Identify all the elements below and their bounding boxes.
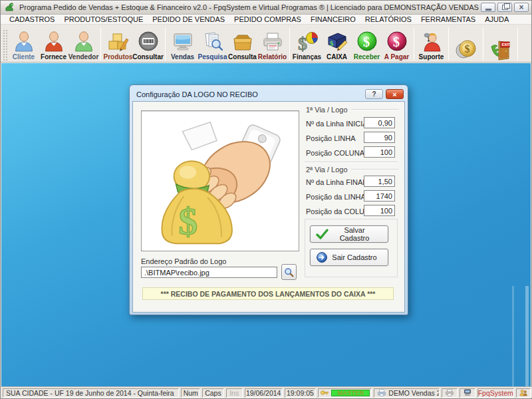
- toolbar-separator: [165, 27, 166, 61]
- restore-button[interactable]: [497, 3, 512, 12]
- menu-financeiro[interactable]: FINANCEIRO: [306, 15, 360, 23]
- toolbar-vendas-button[interactable]: Vendas: [168, 26, 198, 61]
- toolbar-fornece-button[interactable]: Fornece: [39, 26, 68, 61]
- toolbar-label: A Pagar: [384, 53, 409, 61]
- toolbar-label: Finanças: [293, 53, 321, 61]
- input-linha-final[interactable]: [364, 176, 395, 187]
- status-caps: Caps: [202, 388, 224, 398]
- input-posicao-da-coluna[interactable]: [364, 205, 395, 216]
- toolbar-coin-button[interactable]: $: [451, 26, 481, 61]
- header-rule: [351, 109, 399, 110]
- menu-ajuda[interactable]: AJUDA: [480, 15, 513, 23]
- save-button[interactable]: Salvar Cadastro: [310, 225, 388, 243]
- toolbar-label: CAIXA: [327, 53, 347, 61]
- sales-monitor-icon: [172, 31, 194, 53]
- logo-path-label: Endereço Padrão do Logo: [141, 257, 226, 265]
- menu-cadastros[interactable]: CADASTROS: [5, 15, 59, 23]
- menu-ferramentas[interactable]: FERRAMENTAS: [416, 15, 480, 23]
- magnifier-icon: [284, 267, 294, 277]
- toolbar-label: Relatório: [258, 53, 287, 61]
- products-boxes-icon: [107, 31, 130, 53]
- query-folder-icon: [231, 31, 254, 53]
- toolbar-separator: [483, 27, 483, 61]
- status-users-panel: [516, 388, 531, 398]
- minimize-button[interactable]: [481, 3, 495, 12]
- status-app-version: DEMO Vendas 2.0: [388, 389, 439, 397]
- cashbook-icon: $: [326, 31, 348, 53]
- status-time: 19:09:05: [285, 388, 317, 398]
- check-icon: [316, 229, 329, 239]
- key-icon: [320, 389, 329, 396]
- window-title: Programa Pedido de Vendas + Estoque & Fi…: [19, 3, 479, 11]
- toolbar-vendedor-button[interactable]: Vendedor: [68, 26, 98, 61]
- exit-door-icon: EXIT: [489, 38, 512, 61]
- svg-text:EXIT: EXIT: [501, 43, 510, 47]
- toolbar-label: Vendedor: [68, 53, 99, 61]
- printer-icon: [445, 389, 454, 396]
- logo-config-dialog: Configuração DA LOGO NO RECIBO ? ×: [129, 84, 408, 315]
- toolbar-separator: [517, 27, 518, 61]
- browse-logo-button[interactable]: [281, 264, 297, 280]
- toolbar-apagar-button[interactable]: $ A Pagar: [382, 26, 412, 61]
- field-label-posicao-coluna: Posição COLUNA: [306, 149, 364, 157]
- people-icon: [519, 389, 528, 396]
- input-linha-inicial[interactable]: [364, 117, 395, 128]
- toolbar-consulta-button[interactable]: Consulta: [227, 26, 257, 61]
- dialog-content: $ 1ª Via / Logo Nº da Linha INICIAL Posi…: [132, 101, 405, 313]
- svg-text:$: $: [464, 43, 469, 55]
- section-divider: [305, 162, 398, 163]
- window-controls: ×: [479, 3, 529, 12]
- support-person-icon: [420, 31, 443, 53]
- status-location: SUA CIDADE - UF 19 de Junho de 2014 - Qu…: [3, 388, 179, 398]
- toolbar-receber-button[interactable]: $ Receber: [352, 26, 382, 61]
- input-posicao-da-linha[interactable]: [364, 190, 395, 201]
- toolbar-consultar-button[interactable]: Consultar: [133, 26, 163, 61]
- toolbar-grip: [3, 29, 7, 61]
- toolbar-label: Vendas: [171, 53, 194, 61]
- dialog-close-button[interactable]: ×: [386, 89, 404, 99]
- toolbar-separator: [100, 27, 101, 61]
- menu-pedido-vendas[interactable]: PEDIDO DE VENDAS: [148, 15, 229, 23]
- dialog-help-button[interactable]: ?: [365, 89, 383, 99]
- report-printer-icon: [261, 31, 284, 53]
- close-icon: ×: [519, 4, 523, 11]
- status-app-version-panel: DEMO Vendas 2.0: [374, 388, 439, 398]
- exit-dialog-button[interactable]: Sair Cadastro: [310, 249, 388, 266]
- toolbar-financas-button[interactable]: $ Finanças: [292, 26, 322, 61]
- toolbar-caixa-button[interactable]: $ CAIXA: [322, 26, 352, 61]
- logo-path-input[interactable]: [141, 267, 277, 278]
- handshake-moneybag-illustration: $: [142, 111, 299, 251]
- toolbar-label: Receber: [354, 53, 380, 61]
- dialog-titlebar[interactable]: Configuração DA LOGO NO RECIBO ? ×: [132, 87, 405, 101]
- toolbar-cliente-button[interactable]: Cliente: [9, 26, 39, 61]
- toolbar-label: Consultar: [132, 53, 164, 61]
- input-posicao-coluna[interactable]: [364, 146, 395, 158]
- svg-text:$: $: [298, 33, 307, 53]
- field-label-posicao-linha: Posição LINHA: [306, 134, 356, 142]
- toolbar-label: Cliente: [13, 53, 35, 61]
- exit-button-label: Sair Cadastro: [331, 253, 388, 261]
- section-header-text: 1ª Via / Logo: [306, 106, 348, 114]
- logo-preview-image: $: [141, 110, 299, 251]
- statusbar: SUA CIDADE - UF 19 de Junho de 2014 - Qu…: [1, 386, 532, 398]
- menu-pedido-compras[interactable]: PEDIDO COMPRAS: [229, 15, 306, 23]
- toolbar-suporte-button[interactable]: Suporte: [416, 26, 446, 61]
- toolbar-exit-button[interactable]: EXIT: [485, 26, 515, 61]
- toolbar-pesquisa-button[interactable]: Pesquisa: [198, 26, 227, 61]
- arrow-circle-icon: [316, 252, 329, 263]
- field-label-linha-final: Nº da Linha FINAL: [306, 178, 366, 186]
- toolbar-relatorio-button[interactable]: Relatório: [257, 26, 287, 61]
- search-documents-icon: [201, 31, 224, 53]
- status-network-panel: [460, 388, 475, 398]
- status-num: Num: [181, 388, 200, 398]
- toolbar-produtos-button[interactable]: Produtos: [103, 26, 133, 61]
- menu-relatorios[interactable]: RELATÓRIOS: [360, 15, 416, 23]
- pay-red-coin-icon: $: [386, 31, 408, 53]
- close-button[interactable]: ×: [514, 3, 529, 12]
- dialog-title: Configuração DA LOGO NO RECIBO: [136, 90, 365, 98]
- input-posicao-linha[interactable]: [364, 132, 395, 143]
- toolbar-separator: [414, 27, 414, 61]
- menu-produtos-estoque[interactable]: PRODUTOS/ESTOQUE: [59, 15, 148, 23]
- field-label-posicao-da-linha: Posição da LINHA: [306, 193, 366, 201]
- coin-icon: $: [455, 38, 477, 61]
